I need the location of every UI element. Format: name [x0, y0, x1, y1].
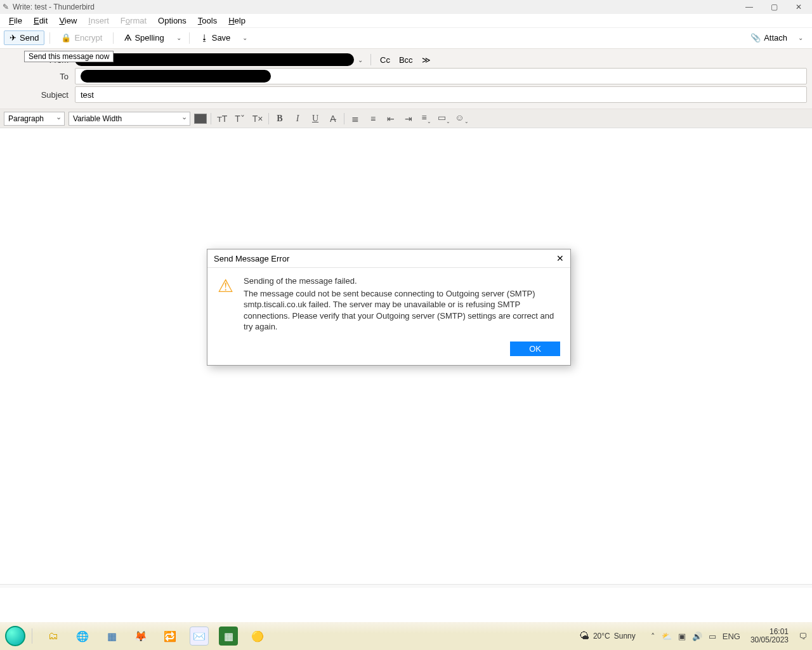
attach-dropdown[interactable]: ⌄ [796, 34, 806, 41]
bcc-button[interactable]: Bcc [399, 55, 413, 65]
text-color-button[interactable] [194, 114, 207, 124]
dialog-title: Send Message Error [214, 254, 289, 263]
menu-view[interactable]: View [54, 15, 82, 26]
taskbar-store-icon[interactable]: ▦ [102, 627, 121, 646]
taskbar-app-icon[interactable]: ▦ [219, 627, 238, 646]
spelling-button[interactable]: Ѧ Spelling [119, 30, 169, 45]
taskbar-thunderbird-icon[interactable]: ✉️ [190, 627, 209, 646]
attach-label: Attach [764, 33, 787, 43]
menu-tools[interactable]: Tools [193, 15, 222, 26]
toolbar-sep [49, 32, 50, 44]
sun-icon: 🌤 [579, 630, 589, 642]
windows-taskbar: 🗂 🌐 ▦ 🦊 🔁 ✉️ ▦ 🟡 🌤 20°C Sunny ˄ ⛅ ▣ 🔊 ▭ … [0, 622, 812, 650]
increase-size-icon[interactable]: T˅ [233, 114, 247, 124]
taskbar-weather[interactable]: 🌤 20°C Sunny [579, 630, 636, 642]
menu-help[interactable]: Help [223, 15, 251, 26]
start-button[interactable] [5, 626, 25, 646]
taskbar-edge-icon[interactable]: 🌐 [73, 627, 92, 646]
decrease-size-icon[interactable]: ᴛT [215, 114, 229, 124]
to-field[interactable] [75, 68, 807, 84]
compose-headers: From ⌄ Cc Bcc ≫ To Subject test [0, 48, 812, 109]
subject-label: Subject [5, 90, 75, 100]
menu-file[interactable]: File [4, 15, 27, 26]
encrypt-label: Encrypt [74, 33, 102, 43]
send-error-dialog: Send Message Error ✕ ⚠ Sending of the me… [207, 249, 571, 366]
send-tooltip: Send this message now [24, 51, 114, 62]
to-label: To [5, 72, 75, 81]
weather-cond: Sunny [614, 632, 636, 640]
send-label: Send [20, 33, 39, 43]
taskbar-clock[interactable]: 16:01 30/05/2023 [747, 628, 792, 644]
tray-battery-icon[interactable]: ▭ [709, 632, 716, 641]
main-toolbar: ✈ Send 🔒 Encrypt Ѧ Spelling ⌄ ⭳ Save ⌄ 📎… [0, 28, 812, 48]
tray-language[interactable]: ENG [723, 632, 740, 641]
insert-image-button[interactable]: ▭⌄ [437, 112, 451, 124]
minimize-button[interactable]: — [745, 3, 753, 11]
taskbar-file-explorer-icon[interactable]: 🗂 [44, 627, 63, 646]
dialog-ok-button[interactable]: OK [510, 342, 560, 356]
subject-value: test [81, 90, 94, 100]
close-button[interactable]: ✕ [796, 3, 802, 11]
status-strip [0, 584, 812, 588]
taskbar-firefox-icon[interactable]: 🦊 [131, 627, 150, 646]
maximize-button[interactable]: ▢ [771, 3, 778, 11]
send-button[interactable]: ✈ Send [4, 30, 44, 45]
outdent-button[interactable]: ⇤ [384, 114, 398, 124]
encrypt-button[interactable]: 🔒 Encrypt [55, 30, 108, 45]
dialog-message-line1: Sending of the message failed. [244, 275, 560, 287]
reset-size-icon[interactable]: T× [251, 114, 265, 124]
remove-format-button[interactable]: A̶ [326, 114, 340, 124]
menu-format[interactable]: Format [115, 15, 152, 26]
spelling-dropdown[interactable]: ⌄ [174, 34, 184, 41]
align-button[interactable]: ≡⌄ [419, 112, 433, 124]
tray-onedrive-icon[interactable]: ▣ [678, 632, 686, 641]
more-recipients-button[interactable]: ≫ [422, 55, 431, 65]
subject-field[interactable]: test [75, 86, 807, 103]
toolbar-sep [113, 32, 114, 44]
weather-temp: 20°C [593, 632, 610, 640]
menu-options[interactable]: Options [153, 15, 192, 26]
menu-bar: File Edit View Insert Format Options Too… [0, 14, 812, 28]
toolbar-sep [189, 32, 190, 44]
paperclip-icon: 📎 [750, 33, 761, 43]
emoji-button[interactable]: ☺⌄ [455, 112, 469, 124]
menu-edit[interactable]: Edit [29, 15, 53, 26]
italic-button[interactable]: I [291, 114, 304, 124]
lock-icon: 🔒 [61, 33, 71, 43]
taskbar-date: 30/05/2023 [750, 636, 789, 644]
compose-icon: ✎ [3, 3, 9, 11]
window-titlebar: ✎ Write: test - Thunderbird — ▢ ✕ [0, 0, 812, 14]
from-dropdown[interactable]: ⌄ [358, 56, 363, 63]
paragraph-style-select[interactable]: Paragraph [4, 112, 65, 126]
taskbar-teamviewer-icon[interactable]: 🔁 [160, 627, 180, 646]
underline-button[interactable]: U [308, 114, 322, 124]
save-button[interactable]: ⭳ Save [195, 30, 237, 45]
to-value-redacted [81, 70, 271, 83]
attach-button[interactable]: 📎 Attach [745, 30, 793, 45]
format-toolbar: Paragraph Variable Width ᴛT T˅ T× B I U … [0, 109, 812, 128]
number-list-button[interactable]: ≡ [366, 114, 380, 124]
window-title: Write: test - Thunderbird [13, 3, 95, 11]
taskbar-chrome-icon[interactable]: 🟡 [248, 627, 267, 646]
save-label: Save [212, 33, 231, 43]
from-value-redacted[interactable] [75, 53, 354, 66]
menu-insert[interactable]: Insert [83, 15, 114, 26]
bold-button[interactable]: B [273, 114, 287, 124]
spelling-label: Spelling [134, 33, 164, 43]
header-separator [370, 54, 371, 65]
cc-button[interactable]: Cc [380, 55, 390, 65]
font-family-select[interactable]: Variable Width [69, 112, 190, 126]
tray-cloud-icon[interactable]: ⛅ [662, 632, 672, 641]
download-icon: ⭳ [200, 33, 209, 43]
send-icon: ✈ [10, 33, 16, 43]
tray-volume-icon[interactable]: 🔊 [692, 632, 702, 641]
bullet-list-button[interactable]: ≣ [348, 114, 362, 124]
dialog-close-button[interactable]: ✕ [556, 253, 564, 263]
dialog-message-line2: The message could not be sent because co… [244, 288, 560, 333]
spellcheck-icon: Ѧ [124, 33, 131, 43]
tray-expand-icon[interactable]: ˄ [651, 632, 655, 641]
tray-notifications-icon[interactable]: 🗨 [799, 632, 807, 641]
save-dropdown[interactable]: ⌄ [240, 34, 250, 41]
warning-icon: ⚠ [218, 274, 233, 333]
indent-button[interactable]: ⇥ [402, 114, 416, 124]
